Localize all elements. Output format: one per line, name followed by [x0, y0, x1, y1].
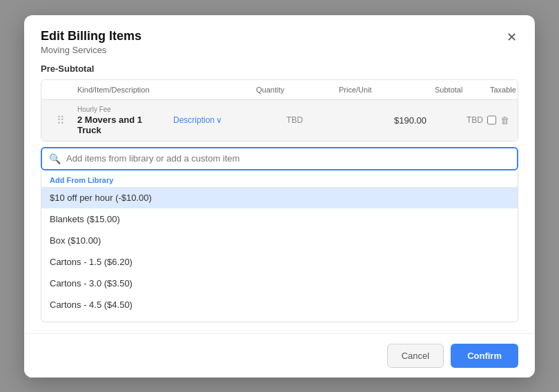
- item-kind: Hourly Fee: [77, 106, 168, 113]
- search-input[interactable]: [66, 153, 510, 164]
- search-icon: 🔍: [49, 153, 61, 164]
- taxable-cell: TBD 🗑: [487, 111, 512, 129]
- description-link-text: Description: [173, 115, 215, 125]
- drag-handle[interactable]: ⠿: [47, 114, 75, 127]
- section-label: Pre-Subtotal: [41, 63, 518, 74]
- table-header: Kind/Item/Description Quantity Price/Uni…: [41, 80, 518, 100]
- table-row: ⠿ Hourly Fee 2 Movers and 1 Truck Descri…: [41, 100, 518, 141]
- col-header-drag: [47, 84, 75, 95]
- delete-row-button[interactable]: 🗑: [500, 111, 509, 129]
- drag-icon: ⠿: [57, 114, 65, 127]
- list-item[interactable]: Blankets ($15.00): [41, 208, 518, 230]
- quantity-cell: TBD: [253, 114, 336, 126]
- col-header-kind: Kind/Item/Description: [75, 84, 170, 95]
- col-header-price: Price/Unit: [336, 84, 432, 95]
- list-item[interactable]: Cartons - 1.5 ($6.20): [41, 251, 518, 273]
- col-header-subtotal: Subtotal: [432, 84, 487, 95]
- list-item[interactable]: Cartons - 3.0 ($3.50): [41, 273, 518, 294]
- col-header-taxable: Taxable: [487, 84, 512, 95]
- description-cell: Description ∨: [170, 114, 253, 126]
- chevron-down-icon: ∨: [216, 115, 222, 125]
- modal-header: Edit Billing Items Moving Services ✕: [24, 15, 535, 63]
- list-item[interactable]: $10 off per hour (-$10.00): [41, 187, 518, 208]
- subtotal-tbd: TBD: [467, 115, 483, 125]
- edit-billing-modal: Edit Billing Items Moving Services ✕ Pre…: [24, 15, 535, 378]
- description-link[interactable]: Description ∨: [170, 114, 253, 126]
- search-container: 🔍: [41, 147, 518, 170]
- col-header-desc: [170, 84, 253, 95]
- modal-subtitle: Moving Services: [41, 45, 518, 55]
- close-icon: ✕: [507, 30, 517, 45]
- price-unit-cell: $190.00: [336, 114, 432, 127]
- item-name: 2 Movers and 1 Truck: [77, 115, 168, 135]
- taxable-checkbox[interactable]: [487, 115, 496, 125]
- library-dropdown[interactable]: Add From Library $10 off per hour (-$10.…: [41, 170, 518, 322]
- item-info: Hourly Fee 2 Movers and 1 Truck: [75, 104, 170, 137]
- col-header-qty: Quantity: [253, 84, 336, 95]
- library-section-label: Add From Library: [41, 170, 518, 187]
- modal-title: Edit Billing Items: [41, 29, 518, 43]
- modal-footer: Cancel Confirm: [24, 333, 535, 378]
- list-item[interactable]: Box ($10.00): [41, 230, 518, 251]
- list-item[interactable]: Cartons - 4.5 ($4.50): [41, 294, 518, 315]
- confirm-button[interactable]: Confirm: [451, 344, 518, 368]
- close-button[interactable]: ✕: [502, 28, 521, 47]
- modal-body: Pre-Subtotal Kind/Item/Description Quant…: [24, 63, 535, 333]
- delete-icon: 🗑: [500, 115, 509, 126]
- billing-table: Kind/Item/Description Quantity Price/Uni…: [41, 79, 518, 141]
- list-item[interactable]: Dish Packs ($6.00): [41, 315, 518, 322]
- cancel-button[interactable]: Cancel: [387, 344, 444, 368]
